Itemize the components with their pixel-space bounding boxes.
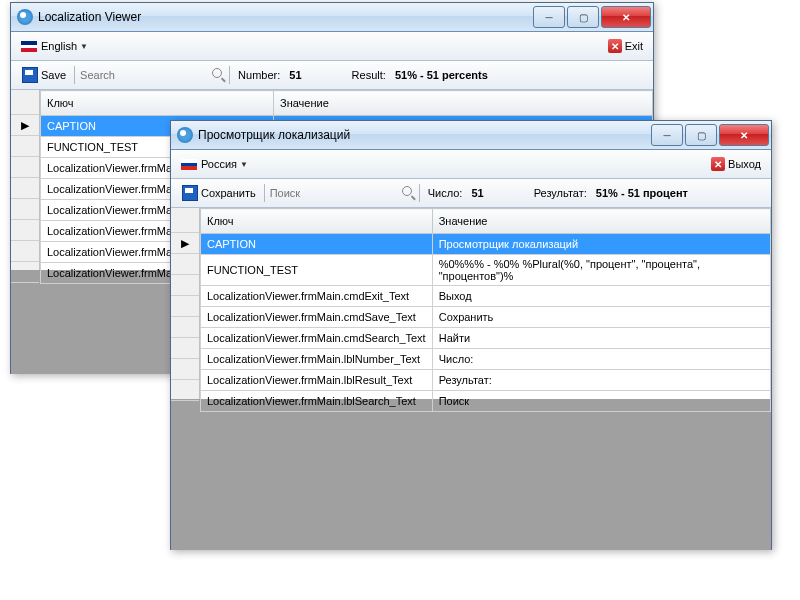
minimize-button[interactable]: ─ [651,124,683,146]
chevron-down-icon: ▼ [80,42,88,51]
titlebar[interactable]: Просмотрщик локализаций ─ ▢ ✕ [171,121,771,150]
close-icon: ✕ [711,157,725,171]
result-label: Результат: [534,187,587,199]
window-buttons: ─ ▢ ✕ [651,124,771,146]
save-icon [22,67,38,83]
exit-button[interactable]: ✕ Exit [604,37,647,55]
minimize-button[interactable]: ─ [533,6,565,28]
col-value-header[interactable]: Значение [274,91,653,116]
language-dropdown[interactable]: English ▼ [17,38,92,54]
save-label: Сохранить [201,187,256,199]
row-selector-column: ▶ [171,208,200,399]
row-indicator[interactable]: ▶ [11,115,39,136]
search-input[interactable] [268,186,402,200]
table-row[interactable]: LocalizationViewer.frmMain.cmdSave_TextС… [201,307,771,328]
header-row: Ключ Значение [201,209,771,234]
table-row[interactable]: FUNCTION_TEST%0%%% - %0% %Plural(%0, "пр… [201,255,771,286]
header-row: Ключ Значение [41,91,653,116]
language-toolbar: Россия ▼ ✕ Выход [171,150,771,179]
language-label: English [41,40,77,52]
titlebar[interactable]: Localization Viewer ─ ▢ ✕ [11,3,653,32]
table-row[interactable]: LocalizationViewer.frmMain.cmdSearch_Tex… [201,328,771,349]
row-selector-column: ▶ [11,90,40,270]
window-title: Просмотрщик локализаций [198,128,651,142]
col-key-header[interactable]: Ключ [41,91,274,116]
main-toolbar: Сохранить Число: 51 Результат: 51% - 51 … [171,179,771,208]
window-title: Localization Viewer [38,10,533,24]
exit-label: Выход [728,158,761,170]
col-key-header[interactable]: Ключ [201,209,433,234]
language-toolbar: English ▼ ✕ Exit [11,32,653,61]
main-toolbar: Save Number: 51 Result: 51% - 51 percent… [11,61,653,90]
search-icon[interactable] [402,186,416,200]
app-icon [177,127,193,143]
number-display: Число: 51 [423,185,489,201]
number-label: Число: [428,187,463,199]
table-row[interactable]: LocalizationViewer.frmMain.cmdExit_TextВ… [201,286,771,307]
table-row[interactable]: LocalizationViewer.frmMain.lblNumber_Tex… [201,349,771,370]
exit-button[interactable]: ✕ Выход [707,155,765,173]
number-display: Number: 51 [233,67,307,83]
save-button[interactable]: Сохранить [177,183,261,203]
table-row[interactable]: LocalizationViewer.frmMain.lblSearch_Tex… [201,391,771,412]
number-value: 51 [289,69,301,81]
col-value-header[interactable]: Значение [432,209,770,234]
result-label: Result: [352,69,386,81]
save-button[interactable]: Save [17,65,71,85]
flag-uk-icon [21,41,37,52]
maximize-button[interactable]: ▢ [567,6,599,28]
language-label: Россия [201,158,237,170]
row-indicator[interactable]: ▶ [171,233,199,254]
number-label: Number: [238,69,280,81]
flag-ru-icon [181,159,197,170]
result-value: 51% - 51 percents [395,69,488,81]
maximize-button[interactable]: ▢ [685,124,717,146]
save-label: Save [41,69,66,81]
table-row[interactable]: LocalizationViewer.frmMain.lblResult_Tex… [201,370,771,391]
data-grid: ▶ Ключ Значение CAPTIONПросмотрщик локал… [171,208,771,399]
empty-area [171,399,771,550]
number-value: 51 [471,187,483,199]
search-input[interactable] [78,68,212,82]
close-button[interactable]: ✕ [719,124,769,146]
result-display: Result: 51% - 51 percents [347,67,493,83]
app-icon [17,9,33,25]
result-value: 51% - 51 процент [596,187,688,199]
close-icon: ✕ [608,39,622,53]
window-buttons: ─ ▢ ✕ [533,6,653,28]
content: Россия ▼ ✕ Выход Сохранить Число: 51 [171,150,771,550]
window-russian: Просмотрщик локализаций ─ ▢ ✕ Россия ▼ ✕… [170,120,772,550]
table-row[interactable]: CAPTIONПросмотрщик локализаций [201,234,771,255]
save-icon [182,185,198,201]
result-display: Результат: 51% - 51 процент [529,185,693,201]
close-button[interactable]: ✕ [601,6,651,28]
search-icon[interactable] [212,68,226,82]
exit-label: Exit [625,40,643,52]
chevron-down-icon: ▼ [240,160,248,169]
language-dropdown[interactable]: Россия ▼ [177,156,252,172]
